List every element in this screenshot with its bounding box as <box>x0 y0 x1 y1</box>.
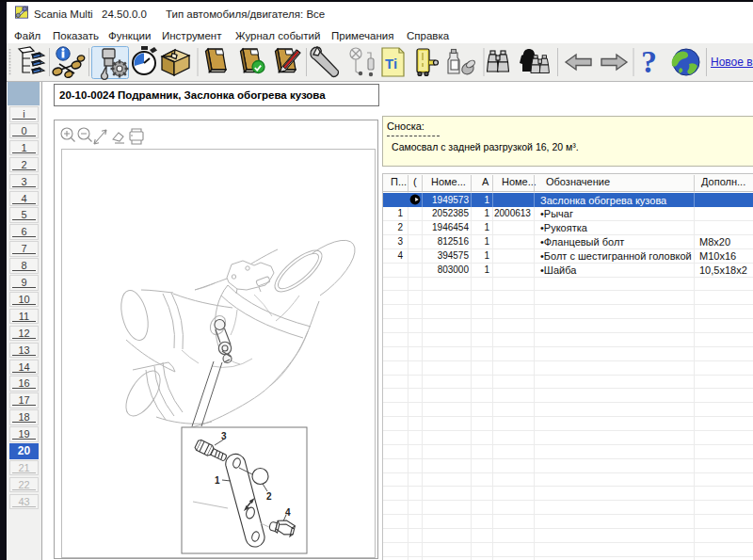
svg-text:?: ? <box>641 44 657 79</box>
svg-text:1: 1 <box>215 475 220 486</box>
svg-text:4: 4 <box>285 507 291 518</box>
svg-text:3: 3 <box>221 431 227 441</box>
svg-text:2: 2 <box>266 491 272 502</box>
svg-text:Ti: Ti <box>385 56 397 72</box>
